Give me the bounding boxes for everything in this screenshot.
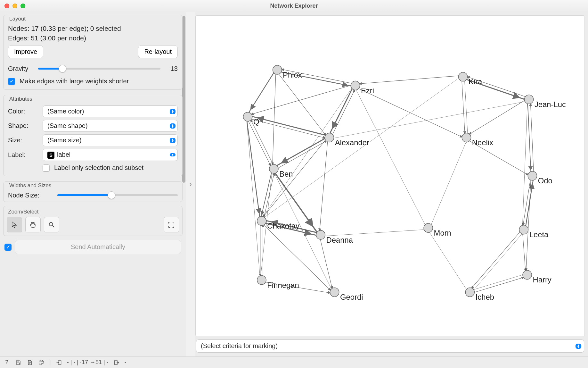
graph-node[interactable] [524,95,533,104]
status-text: - | - | ·17 →51 | - [67,359,109,366]
edge[interactable] [273,136,329,168]
edge[interactable] [273,70,276,169]
improve-button[interactable]: Improve [8,45,43,58]
edge[interactable] [330,101,529,139]
attr-label: Shape: [8,122,37,130]
graph-node[interactable] [465,288,474,297]
graph-node[interactable] [269,164,278,173]
edge[interactable] [328,85,354,137]
edge[interactable] [429,138,468,229]
send-auto-checkbox[interactable]: ✓ [4,244,12,251]
edge[interactable] [461,77,465,138]
output-icon[interactable] [113,359,120,366]
attributes-group-label: Attributes [8,96,178,102]
edge[interactable] [273,170,333,293]
chevron-updown-icon [170,138,176,143]
pan-tool[interactable] [25,217,41,232]
attr-label: Color: [8,108,37,115]
graph-node[interactable] [424,223,433,232]
edge[interactable] [248,118,329,139]
graph-node[interactable] [316,230,325,239]
edge[interactable] [471,230,525,293]
chevron-down-icon [170,153,176,156]
graph-node-label: Leeta [529,230,549,239]
svg-line-1 [53,226,54,228]
label-only-selection-label: Label only selection and subset [54,164,143,171]
edge[interactable] [247,69,276,116]
graph-node[interactable] [330,288,339,297]
save-icon[interactable] [15,359,22,366]
panel-collapse[interactable]: › [186,12,195,356]
graph-node-label: Ben [279,170,293,178]
graph-node[interactable] [257,216,266,225]
layout-group: Layout Nodes: 17 (0.33 per edge); 0 sele… [3,15,183,90]
label-only-selection-checkbox[interactable]: ✓ [43,164,50,171]
graph-node[interactable] [528,171,537,180]
edge[interactable] [354,86,427,229]
palette-icon[interactable] [38,359,45,366]
graph-node[interactable] [462,133,471,142]
edge[interactable] [248,115,330,136]
graph-panel: PhloxEzriKiraJean-LucQAlexanderNeelixBen… [195,12,588,356]
marking-select[interactable]: (Select criteria for marking) ▲▼ [196,339,584,353]
send-row: ✓ Send Automatically [2,238,184,257]
document-icon[interactable] [26,359,33,366]
zoom-tool[interactable] [44,217,59,232]
edge[interactable] [263,169,275,222]
graph-node[interactable] [519,225,528,234]
edge[interactable] [246,117,260,221]
edge[interactable] [469,229,523,291]
attr-select-label[interactable]: Slabel [43,149,178,161]
graph-node[interactable] [243,112,252,121]
status-bar: ? | - | - | ·17 →51 | - - [0,356,588,368]
edge[interactable] [247,117,273,170]
main: Layout Nodes: 17 (0.33 per edge); 0 sele… [0,12,588,356]
graph-node[interactable] [351,81,360,90]
svg-point-0 [49,222,53,226]
graph-node-label: Neelix [472,138,493,147]
graph-node[interactable] [459,72,468,81]
graph-node[interactable] [523,270,532,279]
edge[interactable] [464,77,468,138]
edge[interactable] [522,230,526,275]
gravity-slider[interactable] [38,65,160,72]
attr-select-shape[interactable]: (Same shape) [43,120,178,132]
nodes-stat: Nodes: 17 (0.33 per edge); 0 selected [8,25,178,32]
graph-node[interactable] [257,276,266,285]
input-icon[interactable] [55,359,62,366]
edge[interactable] [274,139,330,170]
edge[interactable] [466,98,528,136]
edge[interactable] [319,138,328,235]
window-title: Network Explorer [0,3,588,9]
graph-node[interactable] [325,133,334,142]
fit-to-screen-tool[interactable] [164,217,179,232]
edge[interactable] [427,229,469,293]
attr-select-size[interactable]: (Same size) [43,134,178,146]
control-panel: Layout Nodes: 17 (0.33 per edge); 0 sele… [0,12,186,356]
edge[interactable] [527,99,531,176]
attr-row-label: Label:Slabel [8,149,178,161]
edge[interactable] [355,75,463,84]
edge[interactable] [530,99,534,176]
node-size-slider[interactable] [57,191,178,199]
help-icon[interactable]: ? [3,359,10,366]
node-size-label: Node Size: [8,192,53,199]
edge[interactable] [522,99,527,230]
marking-row: (Select criteria for marking) ▲▼ [195,336,585,353]
pointer-tool[interactable] [7,217,22,232]
attr-select-color[interactable]: (Same color) [43,105,178,117]
layout-group-label: Layout [8,16,178,22]
graph-node-label: Icheb [476,293,494,301]
graph-node[interactable] [273,65,282,74]
edge[interactable] [331,86,356,138]
edges-shorter-checkbox[interactable]: ✓ [8,78,15,85]
edge[interactable] [470,276,528,294]
edge[interactable] [261,137,328,220]
send-auto-button[interactable]: Send Automatically [15,240,181,254]
graph-canvas[interactable]: PhloxEzriKiraJean-LucQAlexanderNeelixBen… [195,15,585,336]
edge[interactable] [246,117,260,280]
edge[interactable] [261,76,462,220]
attr-row-shape: Shape:(Same shape) [8,120,178,132]
relayout-button[interactable]: Re-layout [138,45,178,58]
edge[interactable] [470,273,527,291]
